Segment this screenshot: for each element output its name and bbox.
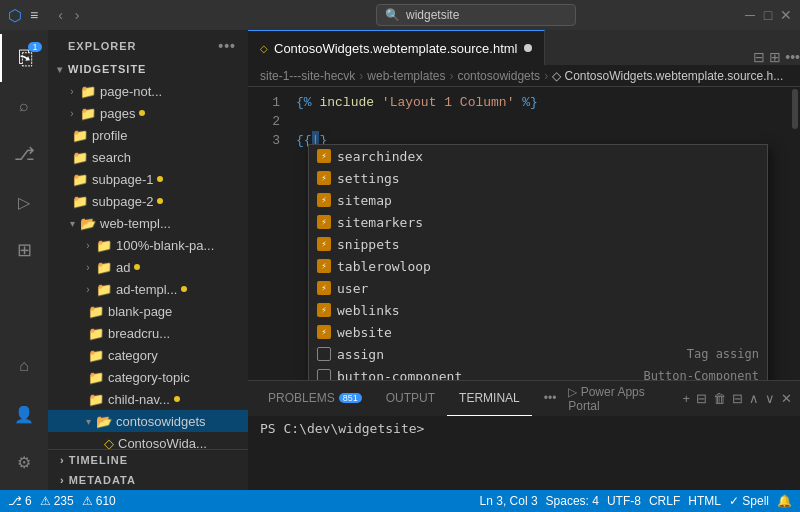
launch-power-apps-button[interactable]: ▷ Power Apps Portal <box>568 385 676 413</box>
status-bar: ⎇ 6 ⚠ 235 ⚠ 610 Ln 3, Col 3 Spaces: 4 UT… <box>0 490 800 512</box>
problems-label: PROBLEMS <box>268 391 335 405</box>
ac-item-snippets[interactable]: ⚡ snippets <box>309 233 767 255</box>
tree-item-web-templ[interactable]: ▾ 📂 web-templ... <box>48 212 248 234</box>
split-editor-button[interactable]: ⊟ <box>753 49 765 65</box>
ac-item-sitemap[interactable]: ⚡ sitemap <box>309 189 767 211</box>
ac-item-website[interactable]: ⚡ website <box>309 321 767 343</box>
status-encoding[interactable]: UTF-8 <box>607 494 641 508</box>
tree-item-profile[interactable]: 📁 profile <box>48 124 248 146</box>
panel-tab-problems[interactable]: PROBLEMS 851 <box>256 381 374 416</box>
minimize-panel-button[interactable]: ∨ <box>765 391 775 406</box>
tree-item-subpage1[interactable]: 📁 subpage-1 <box>48 168 248 190</box>
panel-tab-more[interactable]: ••• <box>532 381 569 416</box>
activity-item-explorer[interactable]: ⎘ 1 <box>0 34 48 82</box>
tree-item-category[interactable]: 📁 category <box>48 344 248 366</box>
status-position[interactable]: Ln 3, Col 3 <box>480 494 538 508</box>
toggle-panel-button[interactable]: ⊞ <box>769 49 781 65</box>
warning-icon: ⚠ <box>82 494 93 508</box>
ac-item-button-component[interactable]: button-component Button-Component <box>309 365 767 380</box>
ac-item-sitemarkers[interactable]: ⚡ sitemarkers <box>309 211 767 233</box>
ac-item-settings[interactable]: ⚡ settings <box>309 167 767 189</box>
ac-icon <box>317 347 331 361</box>
kill-terminal-button[interactable]: 🗑 <box>713 391 726 406</box>
breadcrumb-web-templates[interactable]: web-templates <box>367 69 445 83</box>
tree-item-ad-templ[interactable]: › 📁 ad-templ... <box>48 278 248 300</box>
ac-item-searchindex[interactable]: ⚡ searchindex <box>309 145 767 167</box>
sidebar-footer: › TIMELINE › METADATA <box>48 449 248 490</box>
tree-item-contosowidgets[interactable]: ▾ 📂 contosowidgets <box>48 410 248 432</box>
tree-item-ad[interactable]: › 📁 ad <box>48 256 248 278</box>
ac-icon: ⚡ <box>317 325 331 339</box>
ac-item-tablerowloop[interactable]: ⚡ tablerowloop <box>309 255 767 277</box>
sidebar: EXPLORER ••• ▾ WIDGETSITE › 📁 page-not..… <box>48 30 248 490</box>
activity-item-account[interactable]: 👤 <box>0 390 48 438</box>
tab-label: ContosoWidgets.webtemplate.source.html <box>274 41 518 56</box>
status-errors[interactable]: ⚠ 235 <box>40 494 74 508</box>
tree-item-category-topic[interactable]: 📁 category-topic <box>48 366 248 388</box>
activity-item-remote[interactable]: ⌂ <box>0 342 48 390</box>
activity-item-settings[interactable]: ⚙ <box>0 438 48 486</box>
status-spaces[interactable]: Spaces: 4 <box>546 494 599 508</box>
breadcrumb-contosowidgets[interactable]: contosowidgets <box>457 69 540 83</box>
status-spell[interactable]: ✓ Spell <box>729 494 769 508</box>
panel-tab-output[interactable]: OUTPUT <box>374 381 447 416</box>
ac-icon <box>317 369 331 380</box>
split-terminal-button[interactable]: ⊟ <box>696 391 707 406</box>
tree-item-subpage2[interactable]: 📁 subpage-2 <box>48 190 248 212</box>
minimize-button[interactable]: ─ <box>744 9 756 21</box>
status-branch[interactable]: ⎇ 6 <box>8 494 32 508</box>
editor-tab-active[interactable]: ◇ ContosoWidgets.webtemplate.source.html <box>248 30 545 65</box>
terminal-content[interactable]: PS C:\dev\widgetsite> <box>248 416 800 490</box>
folder-icon: 📁 <box>88 326 104 341</box>
scrollbar[interactable] <box>790 87 800 380</box>
maximize-panel-button[interactable]: ∧ <box>749 391 759 406</box>
close-button[interactable]: ✕ <box>780 9 792 21</box>
collapse-panel-button[interactable]: ⊟ <box>732 391 743 406</box>
ac-item-assign[interactable]: assign Tag assign <box>309 343 767 365</box>
tree-item-blank-page[interactable]: 📁 blank-page <box>48 300 248 322</box>
metadata-label: METADATA <box>69 474 136 486</box>
hamburger-menu[interactable]: ≡ <box>30 7 38 23</box>
tree-item-contosowida-file[interactable]: ◇ ContosoWida... <box>48 432 248 449</box>
tree-item-pages[interactable]: › 📁 pages <box>48 102 248 124</box>
forward-button[interactable]: › <box>71 5 84 25</box>
tree-label: contosowidgets <box>116 414 206 429</box>
chevron-right-icon: › <box>64 108 80 119</box>
status-warnings[interactable]: ⚠ 610 <box>82 494 116 508</box>
ac-item-weblinks[interactable]: ⚡ weblinks <box>309 299 767 321</box>
more-actions-button[interactable]: ••• <box>785 49 800 65</box>
close-panel-button[interactable]: ✕ <box>781 391 792 406</box>
status-eol[interactable]: CRLF <box>649 494 680 508</box>
tree-label: profile <box>92 128 127 143</box>
status-language[interactable]: HTML <box>688 494 721 508</box>
back-button[interactable]: ‹ <box>54 5 67 25</box>
panel-tab-terminal[interactable]: TERMINAL <box>447 381 532 416</box>
tree-item-search[interactable]: 📁 search <box>48 146 248 168</box>
tree-item-page-not[interactable]: › 📁 page-not... <box>48 80 248 102</box>
tree-item-breadcru[interactable]: 📁 breadcru... <box>48 322 248 344</box>
status-notification[interactable]: 🔔 <box>777 494 792 508</box>
sidebar-menu-button[interactable]: ••• <box>218 38 236 54</box>
breadcrumb-file[interactable]: ◇ ContosoWidgets.webtemplate.source.h... <box>552 69 783 83</box>
title-search-bar[interactable]: 🔍 widgetsite <box>376 4 576 26</box>
status-warnings-text: 610 <box>96 494 116 508</box>
breadcrumb-site[interactable]: site-1---site-hecvk <box>260 69 355 83</box>
chevron-down-icon: ▾ <box>64 218 80 229</box>
activity-item-source-control[interactable]: ⎇ <box>0 130 48 178</box>
ac-item-user[interactable]: ⚡ user <box>309 277 767 299</box>
tree-label: category-topic <box>108 370 190 385</box>
activity-item-debug[interactable]: ▷ <box>0 178 48 226</box>
tree-item-100percent[interactable]: › 📁 100%-blank-pa... <box>48 234 248 256</box>
tree-item-child-nav[interactable]: 📁 child-nav... <box>48 388 248 410</box>
folder-icon: 📁 <box>88 392 104 407</box>
maximize-button[interactable]: □ <box>762 9 774 21</box>
tree-root-widgetsite[interactable]: ▾ WIDGETSITE <box>48 58 248 80</box>
add-terminal-button[interactable]: + <box>682 391 690 406</box>
modified-badge <box>174 396 180 402</box>
position-text: Ln 3, Col 3 <box>480 494 538 508</box>
activity-item-extensions[interactable]: ⊞ <box>0 226 48 274</box>
activity-item-search[interactable]: ⌕ <box>0 82 48 130</box>
metadata-section[interactable]: › METADATA <box>48 470 248 490</box>
tree-label: blank-page <box>108 304 172 319</box>
timeline-section[interactable]: › TIMELINE <box>48 450 248 470</box>
